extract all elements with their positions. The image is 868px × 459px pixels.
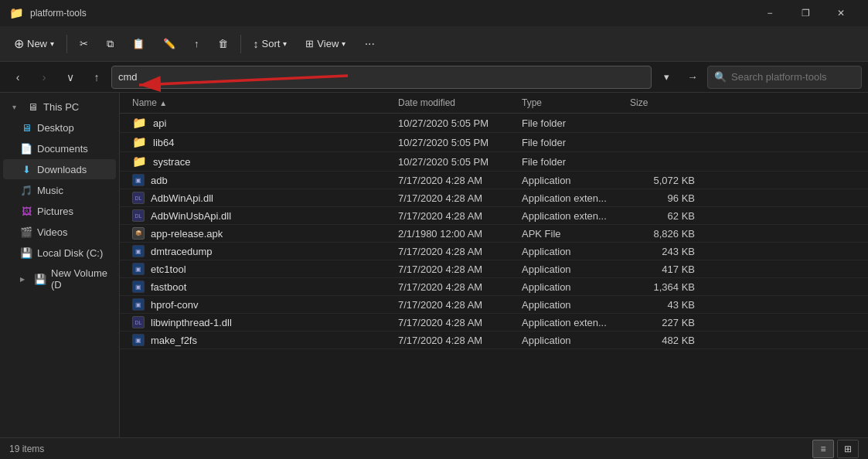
list-view-button[interactable]: ≡ xyxy=(812,440,834,458)
sidebar-item-local-disk[interactable]: 💾 Local Disk (C:) xyxy=(3,243,116,263)
table-row[interactable]: 📁 systrace 10/27/2020 5:05 PM File folde… xyxy=(120,152,868,172)
close-button[interactable]: ✕ xyxy=(823,0,859,26)
view-icon: ⊞ xyxy=(305,38,314,49)
copy-button[interactable]: ⧉ xyxy=(99,31,121,57)
local-disk-icon: 💾 xyxy=(20,246,32,259)
back-button[interactable]: ‹ xyxy=(6,66,29,89)
view-toggle: ≡ ⊞ xyxy=(812,440,859,458)
file-size-cell: 243 KB xyxy=(630,246,707,257)
address-input[interactable] xyxy=(111,66,652,89)
sort-label: Sort xyxy=(262,38,281,49)
documents-icon: 📄 xyxy=(20,142,32,155)
file-name-text: hprof-conv xyxy=(151,299,198,311)
table-row[interactable]: 📦 app-release.apk 2/1/1980 12:00 AM APK … xyxy=(120,225,868,243)
table-row[interactable]: ▣ dmtracedump 7/17/2020 4:28 AM Applicat… xyxy=(120,243,868,260)
file-type-cell: File folder xyxy=(522,137,630,148)
table-row[interactable]: ▣ hprof-conv 7/17/2020 4:28 AM Applicati… xyxy=(120,296,868,314)
table-row[interactable]: 📁 lib64 10/27/2020 5:05 PM File folder xyxy=(120,133,868,152)
file-size-cell: 96 KB xyxy=(630,192,707,204)
search-box: 🔍 xyxy=(707,66,862,89)
column-header-type[interactable]: Type xyxy=(522,97,630,108)
videos-label: Videos xyxy=(37,226,68,238)
sidebar-item-new-volume[interactable]: ▶ 💾 New Volume (D xyxy=(3,264,116,294)
file-name-cell: ▣ adb xyxy=(120,174,398,186)
column-header-name[interactable]: Name ▲ xyxy=(120,97,398,108)
folder-icon: 📁 xyxy=(132,135,147,149)
column-header-date[interactable]: Date modified xyxy=(398,97,522,108)
folder-icon: 📁 xyxy=(132,155,147,168)
recent-button[interactable]: ∨ xyxy=(59,66,82,89)
sidebar-item-pictures[interactable]: 🖼 Pictures xyxy=(3,201,116,221)
new-chevron: ▾ xyxy=(50,39,54,48)
rename-button[interactable]: ✏️ xyxy=(155,31,183,57)
file-type-cell: Application xyxy=(522,335,630,346)
table-row[interactable]: ▣ etc1tool 7/17/2020 4:28 AM Application… xyxy=(120,260,868,278)
grid-view-button[interactable]: ⊞ xyxy=(837,440,859,458)
file-size-cell: 62 KB xyxy=(630,210,707,222)
file-name-text: libwinpthread-1.dll xyxy=(151,317,232,328)
sidebar-item-desktop[interactable]: 🖥 Desktop xyxy=(3,117,116,138)
file-size-cell: 5,072 KB xyxy=(630,175,707,186)
sidebar-item-this-pc[interactable]: ▾ 🖥 This PC xyxy=(3,97,116,117)
forward-button[interactable]: › xyxy=(32,66,56,89)
file-name-cell: DL AdbWinApi.dll xyxy=(120,192,398,204)
sidebar-item-videos[interactable]: 🎬 Videos xyxy=(3,222,116,242)
folder-icon: 📁 xyxy=(132,116,147,130)
app-icon: ▣ xyxy=(132,263,145,275)
this-pc-label: This PC xyxy=(43,101,79,113)
downloads-icon: ⬇ xyxy=(20,163,32,175)
file-name-text: lib64 xyxy=(153,137,174,148)
search-icon: 🔍 xyxy=(714,71,727,83)
search-input[interactable] xyxy=(731,71,855,83)
file-size-cell: 227 KB xyxy=(630,317,707,328)
share-button[interactable]: ↑ xyxy=(186,31,207,57)
new-button[interactable]: ⊕ New ▾ xyxy=(6,31,62,57)
this-pc-icon: 🖥 xyxy=(26,100,39,113)
pictures-label: Pictures xyxy=(37,206,73,217)
table-row[interactable]: ▣ make_f2fs 7/17/2020 4:28 AM Applicatio… xyxy=(120,332,868,349)
file-type-cell: Application xyxy=(522,299,630,311)
file-name-cell: ▣ hprof-conv xyxy=(120,298,398,311)
file-date-cell: 7/17/2020 4:28 AM xyxy=(398,317,522,328)
file-date-cell: 7/17/2020 4:28 AM xyxy=(398,299,522,311)
table-row[interactable]: ▣ adb 7/17/2020 4:28 AM Application 5,07… xyxy=(120,172,868,189)
cut-button[interactable]: ✂ xyxy=(72,31,96,57)
desktop-icon: 🖥 xyxy=(20,121,32,134)
paste-button[interactable]: 📋 xyxy=(124,31,152,57)
table-row[interactable]: 📁 api 10/27/2020 5:05 PM File folder xyxy=(120,114,868,133)
restore-button[interactable]: ❐ xyxy=(788,0,823,26)
view-button[interactable]: ⊞ View ▾ xyxy=(298,31,353,57)
minimize-button[interactable]: − xyxy=(752,0,788,26)
address-go-button[interactable]: → xyxy=(681,66,704,89)
main-area: ▾ 🖥 This PC 🖥 Desktop 📄 Documents ⬇ Down… xyxy=(0,93,868,437)
apk-icon: 📦 xyxy=(132,227,145,240)
table-row[interactable]: DL AdbWinApi.dll 7/17/2020 4:28 AM Appli… xyxy=(120,189,868,207)
sidebar-item-music[interactable]: 🎵 Music xyxy=(3,180,116,200)
app-icon: ▣ xyxy=(132,280,145,293)
app-icon: ▣ xyxy=(132,245,145,257)
cut-icon: ✂ xyxy=(80,38,88,49)
delete-button[interactable]: 🗑 xyxy=(210,31,236,57)
address-dropdown-button[interactable]: ▾ xyxy=(655,66,678,89)
title-bar-icon: 📁 xyxy=(9,6,24,20)
column-header-size[interactable]: Size xyxy=(630,97,707,108)
paste-icon: 📋 xyxy=(132,38,145,49)
table-row[interactable]: DL AdbWinUsbApi.dll 7/17/2020 4:28 AM Ap… xyxy=(120,207,868,225)
view-chevron: ▾ xyxy=(342,39,345,48)
file-size-cell: 1,364 KB xyxy=(630,281,707,293)
file-name-cell: 📦 app-release.apk xyxy=(120,227,398,240)
sort-icon: ↕ xyxy=(254,38,259,50)
table-row[interactable]: ▣ fastboot 7/17/2020 4:28 AM Application… xyxy=(120,278,868,296)
sidebar-item-documents[interactable]: 📄 Documents xyxy=(3,138,116,158)
file-type-cell: Application exten... xyxy=(522,317,630,328)
table-row[interactable]: DL libwinpthread-1.dll 7/17/2020 4:28 AM… xyxy=(120,314,868,332)
up-button[interactable]: ↑ xyxy=(85,66,108,89)
share-icon: ↑ xyxy=(194,38,199,49)
more-button[interactable]: ··· xyxy=(356,31,383,57)
sidebar-item-downloads[interactable]: ⬇ Downloads xyxy=(3,159,116,179)
sort-button[interactable]: ↕ Sort ▾ xyxy=(246,31,295,57)
file-name-text: etc1tool xyxy=(151,264,186,275)
file-size-cell: 43 KB xyxy=(630,299,707,311)
file-name-cell: ▣ fastboot xyxy=(120,280,398,293)
file-list: Name ▲ Date modified Type Size 📁 api 10/… xyxy=(120,93,868,437)
